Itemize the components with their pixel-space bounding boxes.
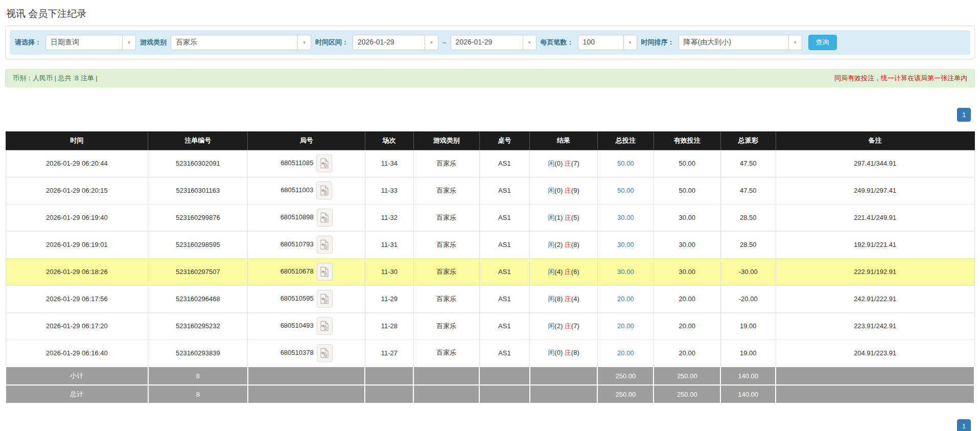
banker-result-value: (4) [571,295,579,303]
total-payout: 140.00 [720,385,776,403]
video-record-button[interactable] [316,154,332,172]
date-from-select[interactable]: 2026-01-29 ▼ [353,35,438,50]
table-no: AS1 [479,231,530,258]
total-bet-cell: 20.00 [597,312,654,339]
page-size-select[interactable]: 100 ▼ [578,35,637,50]
video-record-button[interactable] [317,290,333,308]
filter-bar: 请选择： 日期查询 ▼ 游戏类别 百家乐 ▼ 时间区间： 2026-01-29 … [10,30,970,55]
col-header-result: 结果 [530,131,598,150]
pagination-top: 1 [5,108,975,122]
game-type: 百家乐 [413,339,479,367]
sort-order-value: 降幂(由大到小) [679,35,788,50]
total-bet-link[interactable]: 50.00 [617,187,634,194]
video-file-icon [320,239,329,250]
bet-id: 523160298595 [148,231,248,258]
query-type-value: 日期查询 [46,35,122,50]
total-bet-cell: 50.00 [597,150,654,177]
note: 242.91/222.91 [776,285,974,312]
bet-time: 2026-01-29 06:19:40 [6,204,148,231]
total-bet-link[interactable]: 20.00 [617,349,634,357]
bet-time: 2026-01-29 06:20:44 [6,150,148,177]
select-type-label: 请选择： [15,38,41,47]
chevron-down-icon: ▼ [523,35,536,50]
query-type-select[interactable]: 日期查询 ▼ [45,35,136,50]
sort-order-select[interactable]: 降幂(由大到小) ▼ [679,35,802,50]
round-id: 680511085 [281,159,313,167]
video-record-button[interactable] [317,236,333,254]
col-header-session: 场次 [365,131,413,150]
table-row: 2026-01-29 06:19:01 523160298595 6805107… [6,231,974,258]
video-file-icon [320,348,329,358]
session: 11-34 [365,150,413,177]
banker-result-value: (8) [571,349,579,356]
round-id-cell: 680511003 [248,177,365,204]
total-bet-link[interactable]: 30.00 [617,214,634,221]
round-id: 680511003 [281,186,313,194]
table-row: 2026-01-29 06:20:44 523160302091 6805110… [6,150,974,177]
page-size-value: 100 [578,35,623,50]
total-bet-cell: 30.00 [597,204,654,231]
result-cell: 闲(2) 庄(8) [530,231,598,258]
valid-bet: 30.00 [654,231,720,258]
page-1-button[interactable]: 1 [957,419,971,431]
video-record-button[interactable] [317,344,333,362]
player-result-value: (0) [554,187,563,194]
total-bet-cell: 50.00 [597,177,654,204]
page-1-button[interactable]: 1 [957,108,971,122]
col-header-round-id: 局号 [248,131,365,150]
date-from-value: 2026-01-29 [353,35,425,50]
video-file-icon [320,212,329,223]
empty-cell [413,385,479,403]
total-valid-bet: 250.00 [654,385,720,403]
total-bet-link[interactable]: 50.00 [617,160,634,167]
col-header-note: 备注 [776,131,974,150]
video-record-button[interactable] [316,182,332,199]
total-bet-link[interactable]: 30.00 [617,268,634,276]
round-id-cell: 680510595 [248,285,365,312]
round-id-cell: 680510493 [248,312,365,339]
table-row: 2026-01-29 06:16:40 523160293839 6805103… [6,339,974,367]
session: 11-28 [365,312,413,339]
video-record-button[interactable] [317,209,333,226]
empty-cell [776,367,974,385]
valid-bet: 20.00 [654,312,720,339]
payout-value: -30.00 [720,258,776,285]
video-record-button[interactable] [317,317,333,335]
total-bet-link[interactable]: 30.00 [617,241,634,248]
result-cell: 闲(0) 庄(8) [530,339,598,367]
subtotal-count: 8 [148,367,248,385]
col-header-time: 时间 [6,131,148,150]
round-id-cell: 680510793 [248,231,365,258]
date-to-select[interactable]: 2026-01-29 ▼ [451,35,536,50]
total-bet-cell: 30.00 [597,258,654,285]
game-type-select[interactable]: 百家乐 ▼ [171,35,311,50]
note: 249.91/297.41 [776,177,974,204]
player-result-label: 闲 [548,322,554,330]
game-type: 百家乐 [413,177,479,204]
player-result-value: (8) [554,295,563,303]
table-row: 2026-01-29 06:18:26 523160297507 6805106… [6,258,974,285]
valid-bet: 50.00 [654,150,720,177]
total-bet-link[interactable]: 20.00 [617,322,634,330]
valid-bet: 30.00 [654,258,720,285]
player-result-value: (2) [554,241,563,248]
subtotal-label: 小计 [6,367,148,385]
total-bet-link[interactable]: 20.00 [617,295,634,303]
player-result-value: (2) [554,322,563,330]
player-result-label: 闲 [548,349,554,356]
search-button[interactable]: 查询 [808,35,837,50]
currency-summary-bar: 币别：人民币 | 总共 :8 注单 | 同局有效投注，统一计算在该局第一张注单内 [5,69,975,87]
empty-cell [479,367,530,385]
banker-result-label: 庄 [565,160,571,167]
session: 11-30 [365,258,413,285]
video-record-button[interactable] [317,263,333,281]
total-bet-cell: 20.00 [597,339,654,367]
session: 11-32 [365,204,413,231]
bet-id: 523160299876 [148,204,248,231]
pagination-bottom: 1 [5,419,975,431]
bet-id: 523160302091 [148,150,248,177]
col-header-table-no: 桌号 [479,131,530,150]
video-file-icon [320,321,329,331]
subtotal-total-bet: 250.00 [597,367,654,385]
payout-value: -20.00 [720,285,776,312]
